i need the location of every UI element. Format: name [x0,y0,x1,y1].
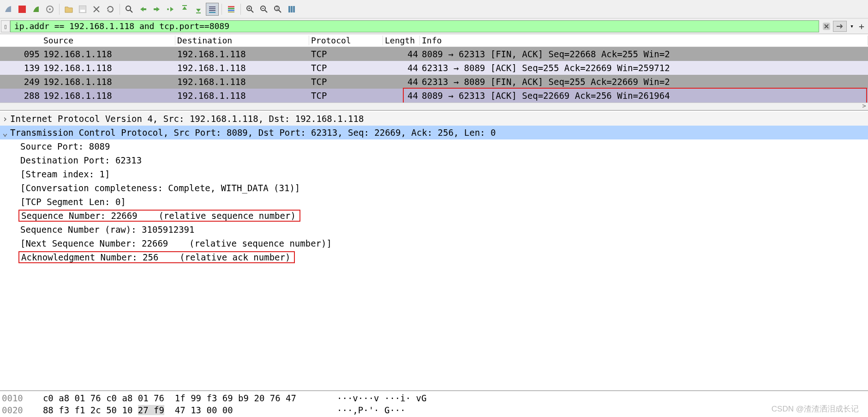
col-length[interactable]: Length [383,36,420,45]
goto-packet-icon[interactable] [164,3,177,16]
svg-rect-0 [18,6,26,13]
add-filter-button-icon[interactable]: + [857,21,866,32]
capture-options-icon[interactable] [43,3,56,16]
svg-rect-8 [154,8,157,10]
detail-field[interactable]: Sequence Number (raw): 3105912391 [0,223,868,236]
colorize-icon[interactable] [225,3,238,16]
zoom-reset-icon[interactable]: 1 [271,3,284,16]
svg-rect-4 [80,10,85,12]
reload-icon[interactable] [104,3,117,16]
goto-first-icon[interactable] [178,3,191,16]
svg-rect-7 [143,8,146,10]
zoom-out-icon[interactable] [257,3,270,16]
hex-line[interactable]: 0020 88 f3 f1 2c 50 10 27 f9 47 13 00 00… [0,404,868,416]
detail-ip-header[interactable]: ›Internet Protocol Version 4, Src: 192.1… [0,112,868,126]
go-back-icon[interactable] [137,3,150,16]
svg-line-21 [251,10,253,12]
filter-bookmark-icon[interactable]: ▯ [1,20,10,32]
packet-details-pane[interactable]: ›Internet Protocol Version 4, Src: 192.1… [0,110,868,390]
separator [240,4,241,15]
svg-line-6 [130,10,132,12]
packet-row[interactable]: 249192.168.1.118192.168.1.118TCP4462313 … [0,75,868,89]
svg-rect-11 [196,12,201,13]
detail-field[interactable]: Sequence Number: 22669 (relative sequenc… [0,209,868,223]
svg-rect-32 [293,6,295,12]
close-file-icon[interactable] [90,3,103,16]
col-source[interactable]: Source [42,36,175,45]
resize-columns-icon[interactable] [285,3,298,16]
save-file-icon[interactable] [76,3,89,16]
detail-field[interactable]: [Stream index: 1] [0,167,868,181]
col-info[interactable]: Info [420,36,868,45]
filter-history-icon[interactable]: ▾ [848,21,856,32]
svg-rect-14 [209,10,216,11]
svg-rect-17 [228,8,234,9]
horizontal-scrollbar[interactable] [0,103,868,110]
svg-point-5 [126,6,131,11]
packet-row[interactable]: 288192.168.1.118192.168.1.118TCP448089 →… [0,89,868,103]
zoom-in-icon[interactable] [244,3,257,16]
svg-line-28 [279,10,281,12]
stop-capture-icon[interactable] [16,3,29,16]
svg-rect-16 [228,6,234,7]
restart-capture-icon[interactable] [30,3,42,16]
detail-field[interactable]: [TCP Segment Len: 0] [0,195,868,209]
svg-line-25 [265,10,267,12]
detail-field[interactable]: Acknowledgment Number: 256 (relative ack… [0,250,868,264]
svg-rect-10 [182,5,187,6]
packet-list[interactable]: 095192.168.1.118192.168.1.118TCP448089 →… [0,47,868,103]
col-destination[interactable]: Destination [175,36,309,45]
detail-field[interactable]: Destination Port: 62313 [0,153,868,167]
svg-rect-31 [291,6,293,12]
svg-point-9 [167,8,169,10]
svg-rect-30 [288,6,290,12]
packet-bytes-pane[interactable]: 0010 c0 a8 01 76 c0 a8 01 76 1f 99 f3 69… [0,390,868,417]
shark-fin-icon[interactable] [2,3,15,16]
separator [221,4,222,15]
display-filter-input[interactable] [10,20,819,32]
open-file-icon[interactable] [62,3,75,16]
svg-rect-13 [209,8,216,9]
detail-field[interactable]: Source Port: 8089 [0,139,868,153]
svg-rect-12 [209,6,216,7]
packet-row[interactable]: 139192.168.1.118192.168.1.118TCP4462313 … [0,61,868,75]
detail-field[interactable]: [Next Sequence Number: 22669 (relative s… [0,236,868,250]
apply-filter-icon[interactable] [833,21,847,32]
display-filter-bar: ▯ ▾ + [0,18,868,34]
packet-row[interactable]: 095192.168.1.118192.168.1.118TCP448089 →… [0,47,868,61]
svg-text:1: 1 [276,6,278,11]
separator [59,4,60,15]
svg-rect-18 [228,10,234,11]
goto-last-icon[interactable] [192,3,205,16]
find-icon[interactable] [123,3,136,16]
svg-point-2 [49,8,51,10]
detail-field[interactable]: [Conversation completeness: Complete, WI… [0,181,868,195]
clear-filter-icon[interactable] [821,21,832,32]
autoscroll-icon[interactable] [206,3,219,16]
watermark: CSDN @渣渣洒泪成长记 [772,404,859,414]
detail-tcp-header[interactable]: ⌄Transmission Control Protocol, Src Port… [0,126,868,139]
hex-line[interactable]: 0010 c0 a8 01 76 c0 a8 01 76 1f 99 f3 69… [0,392,868,404]
packet-list-header: Source Destination Protocol Length Info [0,34,868,47]
svg-rect-19 [228,12,234,12]
go-forward-icon[interactable] [150,3,163,16]
main-toolbar: 1 [0,0,868,18]
svg-rect-15 [209,12,216,13]
col-protocol[interactable]: Protocol [309,36,383,45]
separator [120,4,120,15]
